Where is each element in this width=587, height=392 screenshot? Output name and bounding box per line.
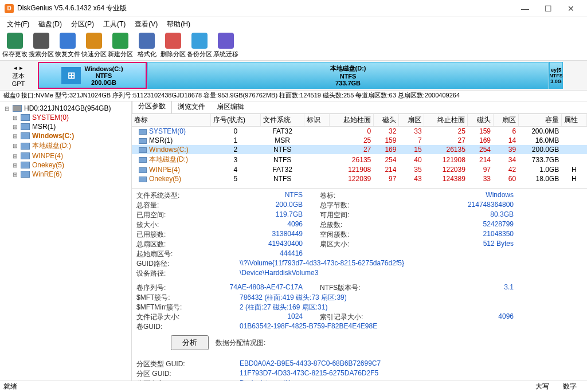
partition-blocks: ⊞Windows(C:)NTFS200.0GB本地磁盘(D:)NTFS733.7… (37, 61, 587, 90)
minimize-button[interactable]: — (514, 4, 537, 13)
tab-浏览文件[interactable]: 浏览文件 (172, 101, 211, 113)
toolbar-格式化[interactable]: 格式化 (134, 33, 159, 58)
partition-table: 卷标序号(状态)文件系统标识起始柱面磁头扇区终止柱面磁头扇区容量属性SYSTEM… (132, 114, 587, 183)
tree-item-WinRE(6)[interactable]: ⊞WinRE(6) (1, 170, 130, 179)
right-panel: 分区参数浏览文件扇区编辑 卷标序号(状态)文件系统标识起始柱面磁头扇区终止柱面磁… (132, 101, 587, 381)
toolbar-icon (191, 33, 208, 49)
menu-bar: 文件(F)磁盘(D)分区(P)工具(T)查看(V)帮助(H) (0, 17, 587, 31)
disk-info-line: 磁盘0 接口:NVMe 型号:321JN1024GB 序列号:511231024… (0, 91, 587, 101)
window-title: DiskGenius V5.4.6.1432 x64 专业版 (17, 3, 514, 13)
partition-tree: ⊟HD0:321JN1024GB(954GB)⊞SYSTEM(0)⊞MSR(1)… (0, 101, 132, 381)
detail-row: 卷GUID:01B63542-198F-4825-B759-F82BE4E4E9… (136, 322, 582, 332)
detail-row: 已用簇数:31380449空闲簇数:21048350 (136, 230, 582, 240)
menu-item-5[interactable]: 帮助(H) (162, 18, 195, 30)
title-bar: D DiskGenius V5.4.6.1432 x64 专业版 — ☐ ✕ (0, 0, 587, 17)
close-button[interactable]: ✕ (559, 4, 582, 13)
toolbar-系统迁移[interactable]: 系统迁移 (213, 33, 238, 58)
detail-row: 卷序列号:74AE-4808-AE47-C17ANTFS版本号:3.1 (136, 283, 582, 293)
table-row[interactable]: 本地磁盘(D:)3NTFS261352544012190821434733.7G… (132, 154, 587, 165)
toolbar-icon (139, 33, 155, 49)
col-header[interactable]: 扇区 (493, 114, 518, 127)
detail-row: 文件系统类型:NTFS卷标:Windows (136, 191, 582, 201)
col-header[interactable]: 文件系统 (260, 114, 304, 127)
col-header[interactable]: 卷标 (132, 114, 210, 127)
detail-row: $MFT簇号:786432 (柱面:419 磁头:73 扇区:39) (136, 293, 582, 303)
toolbar-icon (112, 33, 128, 49)
detail-row: 已用空间:119.7GB可用空间:80.3GB (136, 210, 582, 220)
partition-block-ey(5[interactable]: ey(5NTFS3.0G (549, 62, 563, 89)
tree-root[interactable]: ⊟HD0:321JN1024GB(954GB) (1, 104, 130, 113)
tree-item-Windows(C:)[interactable]: ⊞Windows(C:) (1, 131, 130, 140)
status-num: 数字 (556, 382, 584, 391)
partition-table-wrap: 卷标序号(状态)文件系统标识起始柱面磁头扇区终止柱面磁头扇区容量属性SYSTEM… (132, 114, 587, 189)
col-header[interactable]: 磁头 (373, 114, 398, 127)
table-row[interactable]: MSR(1)1MSR251597271691416.0MB (132, 136, 587, 145)
toolbar-保存更改[interactable]: 保存更改 (2, 33, 28, 58)
toolbar-icon (33, 33, 49, 49)
menu-item-0[interactable]: 文件(F) (2, 18, 34, 30)
tree-item-本地磁盘(D:)[interactable]: ⊞本地磁盘(D:) (1, 140, 130, 151)
nav-arrows[interactable]: ◂ ▸ (14, 64, 22, 72)
app-icon: D (5, 4, 14, 13)
tree-item-MSR(1)[interactable]: ⊞MSR(1) (1, 122, 130, 131)
tab-分区参数[interactable]: 分区参数 (132, 101, 172, 113)
toolbar-恢复文件[interactable]: 恢复文件 (55, 33, 80, 58)
detail-row: 设备路径:\Device\HarddiskVolume3 (136, 269, 582, 279)
detail-row: 总容量:200.0GB总字节数:214748364800 (136, 201, 582, 210)
menu-item-3[interactable]: 工具(T) (99, 18, 130, 30)
menu-item-1[interactable]: 磁盘(D) (34, 18, 66, 30)
detail-row: 分区类型 GUID:EBD0A0A2-B9E5-4433-87C0-68B6B7… (136, 359, 582, 369)
toolbar-icon (60, 33, 76, 49)
detail-panel: 文件系统类型:NTFS卷标:Windows总容量:200.0GB总字节数:214… (132, 189, 587, 381)
tree-item-WINPE(4)[interactable]: ⊞WINPE(4) (1, 151, 130, 160)
status-ready: 就绪 (3, 382, 17, 391)
toolbar: 保存更改搜索分区恢复文件快速分区新建分区格式化删除分区备份分区系统迁移 (0, 31, 587, 61)
col-header[interactable]: 序号(状态) (210, 114, 260, 127)
table-row[interactable]: WINPE(4)4FAT321219082143512203997421.0GB… (132, 165, 587, 174)
disk-layout-bar: ◂ ▸ 基本 GPT ⊞Windows(C:)NTFS200.0GB本地磁盘(D… (0, 61, 587, 91)
main-area: ⊟HD0:321JN1024GB(954GB)⊞SYSTEM(0)⊞MSR(1)… (0, 101, 587, 381)
toolbar-新建分区[interactable]: 新建分区 (108, 33, 133, 58)
detail-row: 簇大小:4096总簇数:52428799 (136, 220, 582, 230)
toolbar-搜索分区[interactable]: 搜索分区 (29, 33, 54, 58)
windows-icon: ⊞ (61, 67, 81, 84)
toolbar-icon (7, 33, 23, 49)
status-caps: 大写 (529, 382, 556, 391)
table-row[interactable]: Onekey(5)5NTFS1220399743124389336018.0GB… (132, 174, 587, 183)
col-header[interactable]: 起始柱面 (330, 114, 373, 127)
toolbar-备份分区[interactable]: 备份分区 (187, 33, 212, 58)
tree-item-Onekey(5)[interactable]: ⊞Onekey(5) (1, 160, 130, 170)
table-row[interactable]: Windows(C:)2NTFS27169152613525439200.0GB (132, 145, 587, 154)
col-header[interactable]: 磁头 (468, 114, 493, 127)
partition-block-Windows(C:)[interactable]: ⊞Windows(C:)NTFS200.0GB (38, 62, 147, 89)
toolbar-删除分区[interactable]: 删除分区 (161, 33, 186, 58)
partition-scheme-label: ◂ ▸ 基本 GPT (0, 61, 37, 90)
menu-item-2[interactable]: 分区(P) (66, 18, 99, 30)
col-header[interactable]: 扇区 (398, 114, 424, 127)
col-header[interactable]: 属性 (561, 114, 586, 127)
status-bar: 就绪 大写 数字 (0, 381, 587, 392)
toolbar-快速分区[interactable]: 快速分区 (81, 33, 107, 58)
tree-item-SYSTEM(0)[interactable]: ⊞SYSTEM(0) (1, 113, 130, 122)
partition-block-本地磁盘(D:)[interactable]: 本地磁盘(D:)NTFS733.7GB (147, 62, 549, 89)
detail-row: 起始扇区号:444416 (136, 249, 582, 259)
detail-row: 文件记录大小:1024索引记录大小:4096 (136, 312, 582, 322)
detail-row: 总扇区数:419430400扇区大小:512 Bytes (136, 240, 582, 249)
col-header[interactable]: 容量 (518, 114, 561, 127)
analyze-button[interactable]: 分析 (171, 335, 209, 350)
table-row[interactable]: SYSTEM(0)0FAT3203233251596200.0MB (132, 127, 587, 136)
col-header[interactable]: 标识 (304, 114, 330, 127)
toolbar-icon (86, 33, 102, 49)
menu-item-4[interactable]: 查看(V) (130, 18, 162, 30)
tab-扇区编辑[interactable]: 扇区编辑 (211, 101, 250, 113)
detail-row: $MFTMirr簇号:2 (柱面:27 磁头:169 扇区:31) (136, 303, 582, 312)
col-header[interactable]: 终止柱面 (424, 114, 468, 127)
maximize-button[interactable]: ☐ (537, 4, 559, 13)
toolbar-icon (165, 33, 181, 49)
detail-row: 分区 GUID:11F793D7-4D33-473C-8215-6275DA76… (136, 369, 582, 379)
toolbar-icon (218, 33, 234, 49)
tab-bar: 分区参数浏览文件扇区编辑 (132, 101, 587, 114)
detail-row: GUID路径:\\?\Volume{11f793d7-4d33-473c-821… (136, 259, 582, 269)
